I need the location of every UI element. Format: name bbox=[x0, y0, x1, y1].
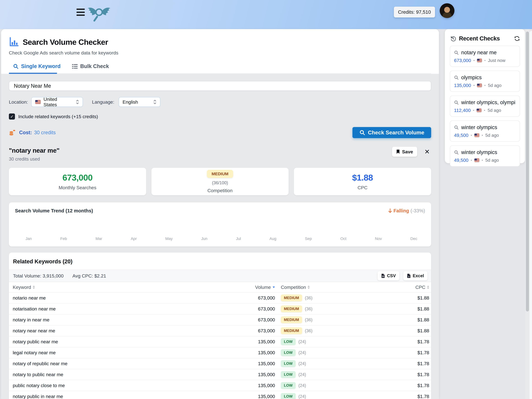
refresh-icon[interactable] bbox=[514, 36, 520, 41]
separator-dot bbox=[484, 85, 485, 86]
recent-check-keyword: winter olympics, olympi… bbox=[461, 100, 516, 105]
column-header-keyword[interactable]: Keyword bbox=[13, 285, 232, 290]
search-icon bbox=[454, 125, 459, 130]
keyword-table-row[interactable]: notary to public near me 135,000 LOW (24… bbox=[9, 369, 431, 380]
keyword-table-row[interactable]: notary of republic near me 135,000 LOW (… bbox=[9, 358, 431, 369]
export-csv-button[interactable]: CSV bbox=[378, 271, 399, 280]
trend-direction: Falling bbox=[393, 208, 409, 214]
recent-check-time: 5d ago bbox=[485, 133, 499, 138]
export-excel-button[interactable]: x Excel bbox=[403, 271, 428, 280]
row-competition-badge: LOW bbox=[281, 338, 296, 345]
competition-label: Competition bbox=[207, 188, 233, 193]
main-panel: Search Volume Checker Check Google Ads s… bbox=[1, 29, 439, 399]
row-competition-badge: LOW bbox=[281, 371, 296, 378]
separator-dot bbox=[482, 160, 483, 161]
keyword-table-row[interactable]: notary near near me 673,000 MEDIUM (36) … bbox=[9, 325, 431, 336]
related-keywords-title: Related Keywords (20) bbox=[9, 253, 431, 270]
row-competition-badge: MEDIUM bbox=[281, 305, 302, 312]
keyword-table-row[interactable]: notary public near me 135,000 LOW (24) $… bbox=[9, 336, 431, 347]
recent-check-volume: 112,400 bbox=[454, 108, 471, 113]
separator-dot bbox=[474, 60, 475, 61]
row-volume: 135,000 bbox=[232, 394, 275, 399]
row-competition-score: (36) bbox=[305, 306, 313, 311]
credits-label: Credits: 97,510 bbox=[398, 9, 431, 15]
total-volume-text: Total Volume: 3,915,000 bbox=[13, 273, 63, 279]
save-button[interactable]: Save bbox=[392, 147, 417, 157]
competition-score: (36/100) bbox=[212, 180, 228, 185]
column-header-volume[interactable]: Volume bbox=[232, 285, 275, 290]
trend-month-axis: JanFebMarAprMayJunJulAugSepOctNovDec bbox=[25, 236, 417, 241]
credits-badge[interactable]: Credits: 97,510 bbox=[394, 7, 435, 18]
monthly-searches-card: 673,000 Monthly Searches bbox=[9, 168, 146, 195]
row-volume: 673,000 bbox=[232, 317, 275, 323]
recent-check-item[interactable]: winter olympics 49,500 5d ago bbox=[450, 120, 520, 142]
svg-text:x: x bbox=[408, 275, 410, 278]
row-competition-badge: MEDIUM bbox=[281, 295, 302, 301]
row-cpc: $1.88 bbox=[347, 328, 429, 334]
language-select[interactable]: English bbox=[119, 97, 160, 107]
bar-chart-icon bbox=[9, 37, 19, 47]
tab-single-keyword-label: Single Keyword bbox=[21, 63, 61, 69]
row-competition-score: (24) bbox=[298, 339, 306, 344]
history-icon bbox=[450, 35, 456, 42]
recent-check-item[interactable]: winter olympics 49,500 5d ago bbox=[450, 146, 520, 166]
row-volume: 135,000 bbox=[232, 383, 275, 388]
check-search-volume-button[interactable]: Check Search Volume bbox=[352, 127, 431, 138]
row-keyword: notary of republic near me bbox=[13, 361, 232, 366]
row-cpc: $1.78 bbox=[347, 361, 429, 366]
row-cpc: $1.78 bbox=[347, 394, 429, 399]
keyword-table-row[interactable]: notarisation near me 673,000 MEDIUM (36)… bbox=[9, 304, 431, 315]
column-header-cpc[interactable]: CPC bbox=[347, 285, 429, 290]
search-icon bbox=[13, 63, 19, 69]
scrollbar-thumb[interactable] bbox=[526, 32, 529, 311]
include-related-checkbox[interactable]: ✓ bbox=[9, 114, 15, 120]
separator-dot bbox=[471, 135, 472, 136]
keywords-table-header: Keyword Volume Competition CPC bbox=[9, 282, 431, 293]
keyword-table-row[interactable]: notario near me 673,000 MEDIUM (36) $1.8… bbox=[9, 293, 431, 304]
column-header-competition[interactable]: Competition bbox=[275, 285, 347, 290]
keyword-table-row[interactable]: legal notary near me 135,000 LOW (24) $1… bbox=[9, 347, 431, 358]
tab-bar: Single Keyword Bulk Check bbox=[9, 62, 431, 74]
row-keyword: notary in near me bbox=[13, 317, 232, 323]
row-keyword: public notary close to me bbox=[13, 383, 232, 388]
search-icon bbox=[454, 75, 459, 80]
include-related-label: Include related keywords (+15 credits) bbox=[18, 114, 98, 119]
trend-title: Search Volume Trend (12 months) bbox=[15, 208, 93, 214]
keyword-input[interactable] bbox=[9, 81, 431, 91]
tab-single-keyword[interactable]: Single Keyword bbox=[9, 63, 65, 73]
separator-dot bbox=[474, 85, 475, 86]
recent-check-item[interactable]: winter olympics, olympi… 112,400 5d ago bbox=[450, 95, 520, 117]
close-icon[interactable]: ✕ bbox=[424, 147, 430, 157]
location-label: Location: bbox=[9, 99, 28, 105]
keyword-column-label: Keyword bbox=[13, 285, 31, 290]
sort-icon bbox=[427, 285, 429, 289]
competition-card: MEDIUM (36/100) Competition bbox=[152, 168, 289, 195]
recent-check-item[interactable]: olympics 135,000 5d ago bbox=[450, 71, 520, 92]
tab-bulk-check[interactable]: Bulk Check bbox=[68, 63, 114, 73]
location-select[interactable]: United States bbox=[31, 97, 83, 107]
row-keyword: notarisation near me bbox=[13, 306, 232, 312]
hamburger-menu-icon[interactable] bbox=[76, 9, 85, 16]
row-competition-score: (36) bbox=[305, 296, 313, 300]
us-flag-icon bbox=[477, 59, 482, 62]
us-flag-icon bbox=[474, 133, 479, 137]
cost-value: 30 credits bbox=[34, 130, 56, 135]
row-competition-badge: LOW bbox=[281, 349, 296, 356]
row-competition-badge: LOW bbox=[281, 382, 296, 389]
keyword-table-row[interactable]: public notary close to me 135,000 LOW (2… bbox=[9, 380, 431, 391]
month-tick: Mar bbox=[95, 236, 102, 241]
winged-magnifier-logo[interactable] bbox=[87, 4, 111, 25]
keyword-table-row[interactable]: notary in near me 673,000 MEDIUM (36) $1… bbox=[9, 315, 431, 325]
select-chevrons-icon bbox=[153, 100, 156, 104]
row-keyword: notary public near me bbox=[13, 339, 232, 344]
keyword-table-row[interactable]: notary public in near me 135,000 LOW (24… bbox=[9, 391, 431, 399]
row-cpc: $1.78 bbox=[347, 339, 429, 344]
recent-check-item[interactable]: notary near me 673,000 Just now bbox=[450, 46, 520, 67]
sort-icon bbox=[33, 285, 35, 289]
separator-dot bbox=[484, 60, 485, 61]
excel-file-icon: x bbox=[407, 273, 411, 278]
row-cpc: $1.78 bbox=[347, 350, 429, 355]
search-icon bbox=[359, 130, 365, 135]
row-competition-badge: MEDIUM bbox=[281, 327, 302, 334]
user-avatar[interactable] bbox=[440, 3, 454, 18]
